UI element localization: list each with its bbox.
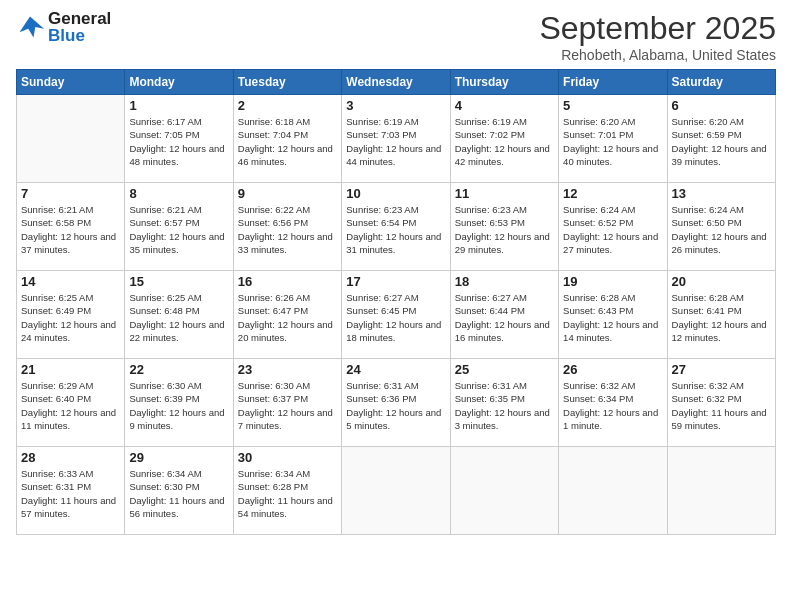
sunrise-text: Sunrise: 6:30 AM	[238, 379, 337, 392]
day-number: 21	[21, 362, 120, 377]
sunrise-text: Sunrise: 6:32 AM	[672, 379, 771, 392]
day-detail: Sunrise: 6:19 AMSunset: 7:03 PMDaylight:…	[346, 115, 445, 168]
day-number: 2	[238, 98, 337, 113]
sunrise-text: Sunrise: 6:31 AM	[455, 379, 554, 392]
sunset-text: Sunset: 6:43 PM	[563, 304, 662, 317]
daylight-text: Daylight: 11 hours and 59 minutes.	[672, 406, 771, 433]
day-detail: Sunrise: 6:22 AMSunset: 6:56 PMDaylight:…	[238, 203, 337, 256]
sunset-text: Sunset: 6:52 PM	[563, 216, 662, 229]
calendar-week-row: 14Sunrise: 6:25 AMSunset: 6:49 PMDayligh…	[17, 271, 776, 359]
sunset-text: Sunset: 6:34 PM	[563, 392, 662, 405]
day-number: 7	[21, 186, 120, 201]
location: Rehobeth, Alabama, United States	[539, 47, 776, 63]
sunrise-text: Sunrise: 6:19 AM	[455, 115, 554, 128]
logo-general-text: General	[48, 10, 111, 27]
day-number: 8	[129, 186, 228, 201]
day-detail: Sunrise: 6:20 AMSunset: 7:01 PMDaylight:…	[563, 115, 662, 168]
day-detail: Sunrise: 6:31 AMSunset: 6:36 PMDaylight:…	[346, 379, 445, 432]
daylight-text: Daylight: 12 hours and 26 minutes.	[672, 230, 771, 257]
calendar-table: SundayMondayTuesdayWednesdayThursdayFrid…	[16, 69, 776, 535]
logo: General Blue	[16, 10, 111, 44]
day-number: 26	[563, 362, 662, 377]
calendar-cell: 1Sunrise: 6:17 AMSunset: 7:05 PMDaylight…	[125, 95, 233, 183]
sunset-text: Sunset: 6:48 PM	[129, 304, 228, 317]
daylight-text: Daylight: 12 hours and 14 minutes.	[563, 318, 662, 345]
sunrise-text: Sunrise: 6:20 AM	[672, 115, 771, 128]
sunset-text: Sunset: 6:56 PM	[238, 216, 337, 229]
day-detail: Sunrise: 6:32 AMSunset: 6:34 PMDaylight:…	[563, 379, 662, 432]
sunrise-text: Sunrise: 6:34 AM	[238, 467, 337, 480]
day-number: 22	[129, 362, 228, 377]
day-detail: Sunrise: 6:30 AMSunset: 6:39 PMDaylight:…	[129, 379, 228, 432]
calendar-cell: 19Sunrise: 6:28 AMSunset: 6:43 PMDayligh…	[559, 271, 667, 359]
sunrise-text: Sunrise: 6:21 AM	[129, 203, 228, 216]
daylight-text: Daylight: 12 hours and 7 minutes.	[238, 406, 337, 433]
calendar-header-row: SundayMondayTuesdayWednesdayThursdayFrid…	[17, 70, 776, 95]
sunrise-text: Sunrise: 6:30 AM	[129, 379, 228, 392]
daylight-text: Daylight: 12 hours and 12 minutes.	[672, 318, 771, 345]
col-header-saturday: Saturday	[667, 70, 775, 95]
sunrise-text: Sunrise: 6:34 AM	[129, 467, 228, 480]
sunset-text: Sunset: 6:53 PM	[455, 216, 554, 229]
calendar-week-row: 28Sunrise: 6:33 AMSunset: 6:31 PMDayligh…	[17, 447, 776, 535]
daylight-text: Daylight: 12 hours and 48 minutes.	[129, 142, 228, 169]
daylight-text: Daylight: 12 hours and 42 minutes.	[455, 142, 554, 169]
sunset-text: Sunset: 6:31 PM	[21, 480, 120, 493]
calendar-cell: 17Sunrise: 6:27 AMSunset: 6:45 PMDayligh…	[342, 271, 450, 359]
day-number: 16	[238, 274, 337, 289]
sunrise-text: Sunrise: 6:33 AM	[21, 467, 120, 480]
day-number: 27	[672, 362, 771, 377]
day-number: 5	[563, 98, 662, 113]
day-number: 13	[672, 186, 771, 201]
day-detail: Sunrise: 6:17 AMSunset: 7:05 PMDaylight:…	[129, 115, 228, 168]
calendar-cell: 21Sunrise: 6:29 AMSunset: 6:40 PMDayligh…	[17, 359, 125, 447]
day-number: 15	[129, 274, 228, 289]
daylight-text: Daylight: 11 hours and 56 minutes.	[129, 494, 228, 521]
header: General Blue September 2025 Rehobeth, Al…	[16, 10, 776, 63]
daylight-text: Daylight: 12 hours and 44 minutes.	[346, 142, 445, 169]
sunset-text: Sunset: 7:03 PM	[346, 128, 445, 141]
sunrise-text: Sunrise: 6:32 AM	[563, 379, 662, 392]
sunset-text: Sunset: 6:32 PM	[672, 392, 771, 405]
title-section: September 2025 Rehobeth, Alabama, United…	[539, 10, 776, 63]
sunset-text: Sunset: 6:39 PM	[129, 392, 228, 405]
day-detail: Sunrise: 6:23 AMSunset: 6:53 PMDaylight:…	[455, 203, 554, 256]
calendar-cell	[342, 447, 450, 535]
col-header-wednesday: Wednesday	[342, 70, 450, 95]
sunset-text: Sunset: 6:54 PM	[346, 216, 445, 229]
calendar-cell: 9Sunrise: 6:22 AMSunset: 6:56 PMDaylight…	[233, 183, 341, 271]
day-detail: Sunrise: 6:20 AMSunset: 6:59 PMDaylight:…	[672, 115, 771, 168]
day-detail: Sunrise: 6:18 AMSunset: 7:04 PMDaylight:…	[238, 115, 337, 168]
calendar-cell: 25Sunrise: 6:31 AMSunset: 6:35 PMDayligh…	[450, 359, 558, 447]
day-number: 24	[346, 362, 445, 377]
day-number: 11	[455, 186, 554, 201]
sunrise-text: Sunrise: 6:24 AM	[563, 203, 662, 216]
calendar-cell	[667, 447, 775, 535]
day-detail: Sunrise: 6:33 AMSunset: 6:31 PMDaylight:…	[21, 467, 120, 520]
daylight-text: Daylight: 12 hours and 27 minutes.	[563, 230, 662, 257]
sunrise-text: Sunrise: 6:20 AM	[563, 115, 662, 128]
day-number: 18	[455, 274, 554, 289]
day-detail: Sunrise: 6:23 AMSunset: 6:54 PMDaylight:…	[346, 203, 445, 256]
calendar-cell: 23Sunrise: 6:30 AMSunset: 6:37 PMDayligh…	[233, 359, 341, 447]
day-detail: Sunrise: 6:21 AMSunset: 6:57 PMDaylight:…	[129, 203, 228, 256]
sunset-text: Sunset: 6:50 PM	[672, 216, 771, 229]
calendar-cell: 6Sunrise: 6:20 AMSunset: 6:59 PMDaylight…	[667, 95, 775, 183]
day-detail: Sunrise: 6:34 AMSunset: 6:28 PMDaylight:…	[238, 467, 337, 520]
sunset-text: Sunset: 6:30 PM	[129, 480, 228, 493]
day-number: 9	[238, 186, 337, 201]
day-detail: Sunrise: 6:29 AMSunset: 6:40 PMDaylight:…	[21, 379, 120, 432]
sunrise-text: Sunrise: 6:25 AM	[21, 291, 120, 304]
sunrise-text: Sunrise: 6:19 AM	[346, 115, 445, 128]
day-number: 3	[346, 98, 445, 113]
logo-icon	[16, 13, 44, 41]
calendar-cell: 18Sunrise: 6:27 AMSunset: 6:44 PMDayligh…	[450, 271, 558, 359]
daylight-text: Daylight: 12 hours and 29 minutes.	[455, 230, 554, 257]
daylight-text: Daylight: 12 hours and 22 minutes.	[129, 318, 228, 345]
sunset-text: Sunset: 7:05 PM	[129, 128, 228, 141]
col-header-friday: Friday	[559, 70, 667, 95]
daylight-text: Daylight: 12 hours and 37 minutes.	[21, 230, 120, 257]
daylight-text: Daylight: 12 hours and 9 minutes.	[129, 406, 228, 433]
logo-name: General Blue	[48, 10, 111, 44]
calendar-cell: 27Sunrise: 6:32 AMSunset: 6:32 PMDayligh…	[667, 359, 775, 447]
